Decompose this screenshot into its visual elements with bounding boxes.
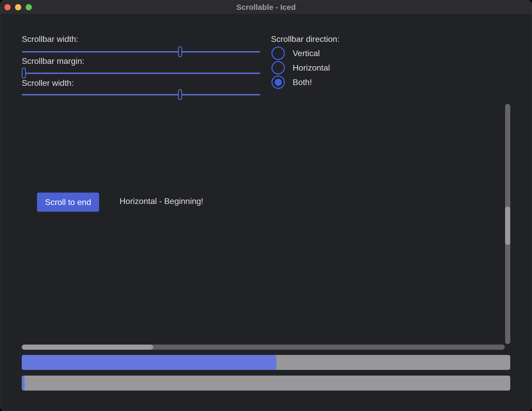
slider-rail[interactable] xyxy=(22,51,260,52)
radio-circle-icon[interactable] xyxy=(271,47,285,60)
scrollbar-margin-label: Scrollbar margin: xyxy=(22,56,84,66)
vertical-progress-bar xyxy=(22,355,510,370)
titlebar: Scrollable - Iced xyxy=(0,0,532,14)
scrollbar-width-slider[interactable] xyxy=(22,46,260,58)
radio-horizontal-label: Horizontal xyxy=(293,63,330,73)
radio-dot-icon xyxy=(275,79,282,86)
slider-handle[interactable] xyxy=(178,89,182,100)
radio-circle-icon[interactable] xyxy=(271,75,285,89)
zoom-button-icon[interactable] xyxy=(26,4,32,10)
scroller-width-slider[interactable] xyxy=(22,89,260,101)
radio-both-label: Both! xyxy=(293,78,312,87)
progress-fill xyxy=(22,376,25,391)
window-title: Scrollable - Iced xyxy=(236,3,296,12)
horizontal-scrollbar[interactable] xyxy=(22,345,505,350)
slider-rail[interactable] xyxy=(22,73,260,74)
radio-vertical[interactable]: Vertical xyxy=(271,46,320,60)
scroll-status-text: Horizontal - Beginning! xyxy=(120,196,203,206)
vertical-scrollbar[interactable] xyxy=(505,104,510,344)
slider-handle[interactable] xyxy=(178,46,182,57)
slider-rail[interactable] xyxy=(22,94,260,95)
radio-both[interactable]: Both! xyxy=(271,75,312,89)
app-window: Scrollable - Iced Scrollbar width: Scrol… xyxy=(0,0,532,411)
radio-circle-icon[interactable] xyxy=(271,61,285,74)
scroll-to-end-button[interactable]: Scroll to end xyxy=(37,193,99,212)
progress-fill xyxy=(22,355,276,370)
slider-handle[interactable] xyxy=(22,68,26,79)
radio-horizontal[interactable]: Horizontal xyxy=(271,60,330,75)
scrollbar-margin-slider[interactable] xyxy=(22,67,260,79)
horizontal-scrollbar-thumb[interactable] xyxy=(22,345,153,350)
close-button-icon[interactable] xyxy=(4,4,11,10)
scroller-width-label: Scroller width: xyxy=(22,78,74,88)
scrollbar-width-label: Scrollbar width: xyxy=(22,34,78,44)
vertical-scrollbar-thumb[interactable] xyxy=(505,207,510,245)
scrollbar-direction-label: Scrollbar direction: xyxy=(271,34,339,44)
traffic-lights xyxy=(4,4,32,10)
minimize-button-icon[interactable] xyxy=(15,4,21,10)
horizontal-progress-bar xyxy=(22,376,510,391)
radio-vertical-label: Vertical xyxy=(293,49,320,58)
